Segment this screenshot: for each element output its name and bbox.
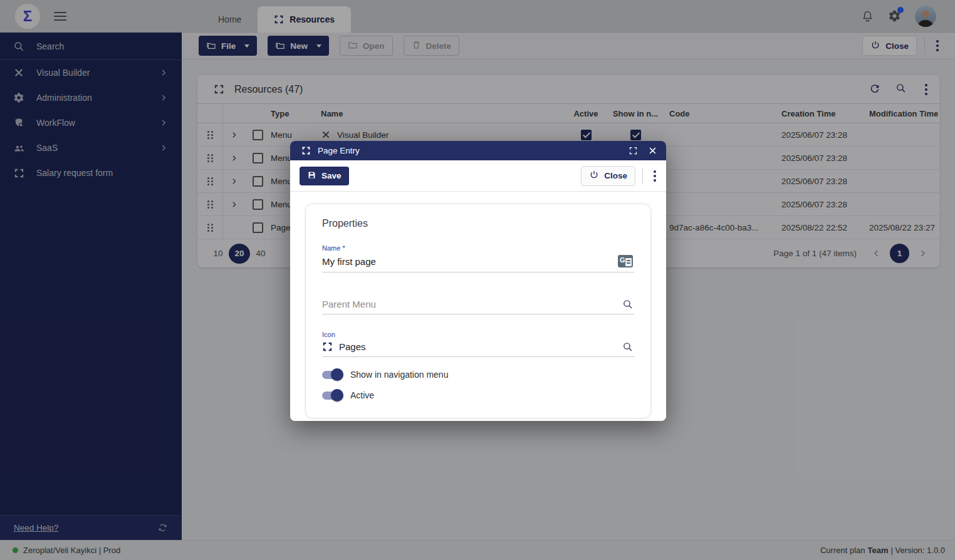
more-options-icon[interactable] [650,169,657,183]
properties-card: Properties Name * G Icon [305,204,651,418]
active-toggle[interactable]: Active [322,388,634,403]
divider [642,168,643,184]
save-button[interactable]: Save [300,167,349,185]
parent-menu-input[interactable] [322,299,622,309]
search-icon[interactable] [622,299,633,309]
toggle-switch[interactable] [322,371,342,379]
maximize-icon[interactable] [629,146,638,155]
page-corners-icon [322,341,333,352]
show-in-navigation-toggle[interactable]: Show in navigation menu [322,367,634,382]
save-floppy-icon [307,170,316,182]
icon-field-label: Icon [322,331,634,338]
dialog-toolbar: Save Close [290,160,666,192]
translate-icon[interactable]: G [618,255,633,267]
power-icon [589,170,599,182]
section-title: Properties [322,218,634,229]
save-button-label: Save [321,171,342,180]
dialog-title: Page Entry [318,146,360,155]
toggle-label: Active [350,390,374,400]
dialog-body: Properties Name * G Icon [290,192,666,421]
icon-input[interactable] [339,341,622,352]
search-icon[interactable] [622,341,633,352]
dialog-titlebar: Page Entry [290,141,666,160]
name-input[interactable] [322,256,618,267]
page-corners-icon [301,146,311,155]
page-entry-dialog: Page Entry Save Close Propert [290,141,666,421]
toggle-label: Show in navigation menu [350,370,448,380]
close-icon[interactable] [648,146,657,155]
app-root: Σ Home Resources [0,0,955,560]
dialog-close-button-label: Close [604,171,627,180]
toggle-switch[interactable] [322,391,342,400]
name-field-label: Name * [322,244,634,252]
dialog-close-button[interactable]: Close [581,166,635,186]
